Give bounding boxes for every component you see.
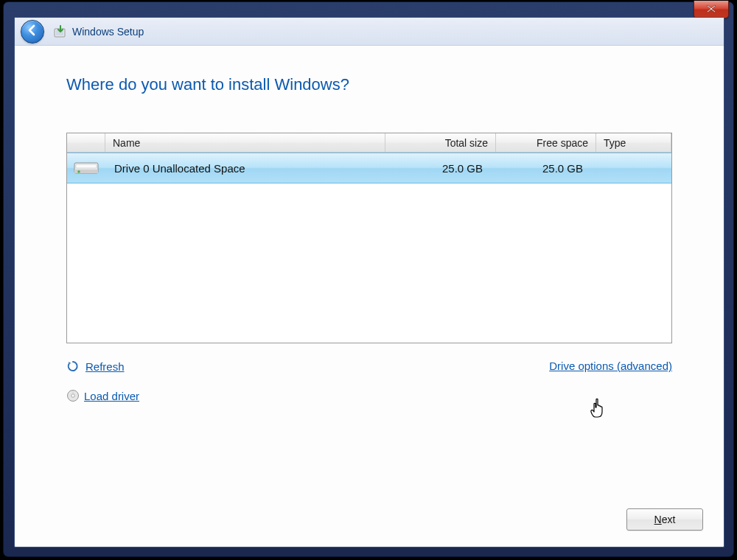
drive-total-size: 25.0 GB	[385, 162, 496, 175]
page-heading: Where do you want to install Windows?	[66, 75, 672, 94]
load-driver-label: Load driver	[84, 390, 139, 402]
content-area: Where do you want to install Windows? Na…	[15, 46, 724, 405]
column-free-space[interactable]: Free space	[496, 133, 596, 152]
column-total-size[interactable]: Total size	[385, 133, 496, 152]
back-arrow-icon	[26, 24, 39, 40]
drive-options-label: Drive options (advanced)	[549, 360, 672, 372]
next-label-rest: ext	[662, 514, 676, 525]
close-button[interactable]	[694, 1, 729, 18]
hard-drive-icon	[73, 158, 99, 178]
svg-point-7	[71, 394, 74, 397]
column-icon-spacer	[67, 133, 105, 152]
drive-name: Drive 0 Unallocated Space	[105, 162, 385, 175]
setup-icon	[53, 24, 68, 39]
column-type[interactable]: Type	[596, 133, 671, 152]
drive-options-link[interactable]: Drive options (advanced)	[549, 360, 672, 372]
drive-free-space: 25.0 GB	[496, 162, 596, 175]
titlebar: Windows Setup	[15, 18, 724, 46]
table-header: Name Total size Free space Type	[67, 133, 671, 153]
column-name[interactable]: Name	[105, 133, 385, 152]
close-icon	[706, 3, 716, 16]
refresh-icon	[66, 360, 80, 373]
actions-area: Refresh Load driver	[66, 360, 672, 405]
back-button[interactable]	[21, 20, 44, 43]
svg-rect-5	[76, 164, 97, 168]
load-driver-link[interactable]: Load driver	[66, 389, 139, 402]
refresh-label: Refresh	[85, 360, 125, 373]
svg-point-4	[77, 170, 80, 173]
window-frame: Windows Setup Where do you want to insta…	[3, 1, 734, 557]
dialog-panel: Windows Setup Where do you want to insta…	[14, 17, 724, 547]
drive-row[interactable]: Drive 0 Unallocated Space 25.0 GB 25.0 G…	[67, 153, 671, 183]
footer: Next	[626, 508, 703, 531]
window-title: Windows Setup	[72, 26, 144, 38]
next-button[interactable]: Next	[626, 508, 703, 531]
disc-icon	[66, 389, 80, 402]
drive-table: Name Total size Free space Type	[66, 133, 672, 343]
refresh-link[interactable]: Refresh	[66, 360, 125, 373]
